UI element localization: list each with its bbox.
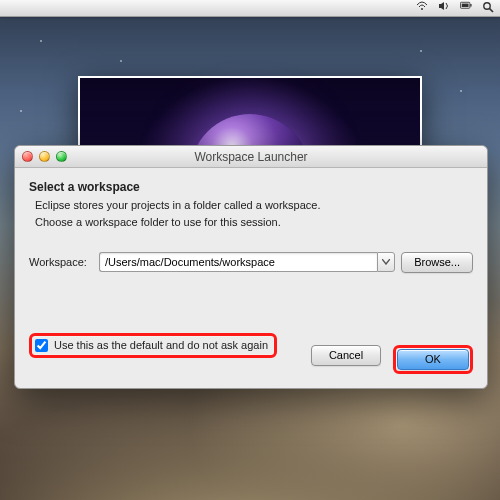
svg-line-5 [490, 9, 493, 12]
battery-icon[interactable] [460, 1, 472, 11]
dialog-description-line: Eclipse stores your projects in a folder… [35, 198, 473, 213]
chevron-down-icon [382, 259, 390, 265]
wifi-icon[interactable] [416, 1, 428, 11]
cancel-button[interactable]: Cancel [311, 345, 381, 366]
workspace-dropdown-button[interactable] [377, 252, 395, 272]
default-checkbox-row[interactable]: Use this as the default and do not ask a… [29, 333, 277, 358]
ok-button[interactable]: OK [397, 349, 469, 370]
spotlight-icon[interactable] [482, 1, 494, 11]
svg-rect-3 [462, 4, 469, 7]
close-icon[interactable] [22, 151, 33, 162]
workspace-label: Workspace: [29, 256, 93, 268]
default-checkbox[interactable] [35, 339, 48, 352]
zoom-icon[interactable] [56, 151, 67, 162]
window-controls [22, 151, 67, 162]
desktop: Workspace Launcher Select a workspace Ec… [0, 0, 500, 500]
svg-point-4 [484, 3, 490, 9]
workspace-launcher-dialog: Workspace Launcher Select a workspace Ec… [14, 145, 488, 389]
default-checkbox-label: Use this as the default and do not ask a… [54, 339, 268, 351]
svg-point-0 [421, 8, 423, 10]
svg-rect-2 [470, 4, 471, 7]
workspace-input[interactable] [99, 252, 377, 272]
menubar [0, 0, 500, 17]
browse-button[interactable]: Browse... [401, 252, 473, 273]
titlebar[interactable]: Workspace Launcher [15, 146, 487, 168]
workspace-combo [99, 252, 395, 272]
minimize-icon[interactable] [39, 151, 50, 162]
dialog-heading: Select a workspace [29, 180, 473, 194]
dialog-title: Workspace Launcher [194, 150, 307, 164]
dialog-description-line: Choose a workspace folder to use for thi… [35, 215, 473, 230]
volume-icon[interactable] [438, 1, 450, 11]
